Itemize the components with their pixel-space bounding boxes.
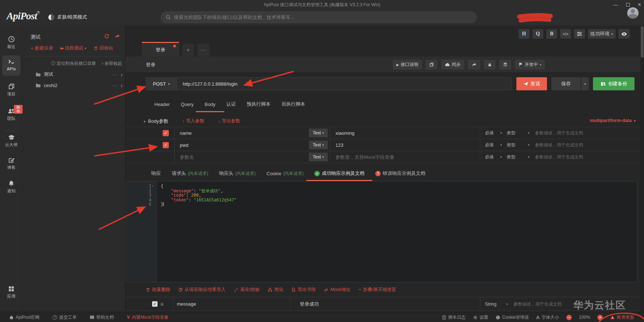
cookie-manager-button[interactable]: Cookie管理器 [496,314,529,321]
zoom-out-button[interactable]: − [566,315,572,320]
sidebar-item-recent[interactable]: 最近 [0,36,23,50]
zoom-in-button[interactable]: + [597,315,603,320]
field-checkbox[interactable]: ✓ [152,301,158,307]
lock-icon[interactable] [484,60,496,70]
maximize-icon[interactable] [626,3,630,7]
sliders-icon[interactable] [574,29,585,39]
tree-folder-ceshi2[interactable]: ceshi2 ···› [23,80,125,90]
tab-auth[interactable]: 认证 [226,96,236,112]
content-type-select[interactable]: multipart/form-data▾ [590,118,636,123]
script-log-button[interactable]: 脚本日志 [442,314,466,321]
body-params-title[interactable]: ▾Body参数 [144,118,168,125]
official-site-link[interactable]: ApiPost官网 [9,314,39,321]
tab-request-headers[interactable]: 请求头(尚未请求) [172,166,208,181]
share-arrow-icon[interactable] [468,60,480,70]
builtin-mock-vars-link[interactable]: V内置Mock字段变量 [127,314,168,321]
type-select[interactable]: 类型 [507,154,516,160]
field-value[interactable]: 登录成功 [300,301,319,307]
param-value-input[interactable] [335,154,480,160]
header-quick-button[interactable]: H [519,29,529,39]
save-button[interactable]: 保存 [551,77,581,90]
check-update-link[interactable]: 检查更新 [610,314,634,321]
mock-url-button[interactable]: Mock地址 [324,287,350,293]
type-select[interactable]: 类型 [507,142,516,148]
batch-delete-button[interactable]: 批量删除 [146,287,170,293]
query-quick-button[interactable]: Q [532,29,543,39]
close-icon[interactable]: × [638,1,641,8]
refresh-icon[interactable] [104,34,109,39]
type-select[interactable]: 类型 [507,130,516,136]
export-fields-button[interactable]: 导出字段 [291,287,316,293]
field-name[interactable]: message [177,301,196,307]
global-search[interactable] [160,11,477,23]
param-desc-input[interactable] [535,142,640,148]
editor-code[interactable]: { "message": "登录成功", "code": 200, "token… [157,181,637,282]
create-backup-button[interactable]: 创建备份 [593,77,635,90]
method-select[interactable]: POST▾ [146,78,177,90]
response-example-editor[interactable]: 1 2 3 4 5 ▾ { "message": "登录成功", "code":… [126,181,637,282]
required-select[interactable]: 必填 [485,154,494,160]
param-checkbox[interactable]: ✓ [163,130,169,136]
flow-test-button[interactable]: ▶▶流程测试▾ [60,45,86,51]
tab-more-button[interactable]: ··· [197,44,210,56]
api-description-button[interactable]: ▶接口说明 [393,60,422,70]
sidebar-item-ambassador[interactable]: 云大使 [0,134,23,148]
collapse-description-button[interactable]: −折叠/展开描述区 [358,287,396,293]
tab-response[interactable]: 响应 [151,166,161,181]
field-type-select[interactable]: String [485,302,496,307]
share-arrow-icon[interactable] [115,34,120,39]
minimize-icon[interactable]: — [613,2,618,8]
scrollbar-thumb[interactable] [641,26,644,58]
stack-icon[interactable] [499,60,511,70]
param-type-select[interactable]: Text▾ [309,153,328,161]
new-directory-button[interactable]: +新建目录 [31,45,53,51]
font-size-button[interactable]: A字体大小 [536,314,559,321]
tab-login[interactable]: 登录 [142,42,179,56]
param-desc-input[interactable] [535,130,640,136]
simplify-button[interactable]: 简化 [268,287,283,293]
eye-icon[interactable] [618,29,630,39]
new-tab-button[interactable]: + [182,44,194,56]
sidebar-item-apis[interactable]: APIs [0,58,23,71]
sidebar-item-projects[interactable]: 项目 [0,83,23,97]
tree-folder-ceshi[interactable]: 测试 ···› [23,69,125,79]
param-desc-input[interactable] [535,154,640,160]
import-from-response-button[interactable]: 从现有响应结果导入 [178,287,226,293]
send-button[interactable]: 发送 [516,77,547,90]
chevron-right-icon[interactable]: › [121,82,123,89]
status-select[interactable]: 开发中▾ [515,60,545,70]
tab-cookie[interactable]: Cookie(尚未请求) [267,166,303,181]
beautify-validate-button[interactable]: 美化/校验 [234,287,260,293]
more-icon[interactable]: ··· [112,83,117,88]
sidebar-item-team[interactable]: 协作 团队 [0,107,23,121]
recycle-bin-button[interactable]: 回收站 [94,45,113,51]
avatar[interactable] [627,7,639,19]
more-icon[interactable]: ··· [112,72,117,77]
sidebar-item-blog[interactable]: 博客 [0,157,23,170]
fold-caret-icon[interactable]: ▾ [152,184,154,189]
settings-button[interactable]: 设置 [473,314,488,321]
drag-handle-icon[interactable]: ≡ [160,301,164,307]
tab-error-example[interactable]: !错误响应示例及文档 [375,166,425,181]
help-docs-link[interactable]: 帮助文档 [90,314,114,321]
required-select[interactable]: 必填 [485,142,494,148]
collapse-all-link[interactable]: › 全部收起 [102,60,122,67]
required-select[interactable]: 必填 [485,130,494,136]
tab-success-example[interactable]: ✓成功响应示例及文档 [314,166,364,181]
param-value-input[interactable] [335,142,480,148]
chevron-right-icon[interactable]: › [121,71,123,78]
tab-query[interactable]: Query [181,96,194,112]
copy-button[interactable] [426,60,438,70]
code-icon[interactable]: </> [560,29,571,39]
theme-toggle[interactable]: 皮肤/暗黑模式 [48,14,87,20]
sync-button[interactable]: 同步 [441,60,464,70]
tab-response-headers[interactable]: 响应头(尚未请求) [219,166,256,181]
param-key-input[interactable] [180,142,309,148]
sidebar-item-apps[interactable]: 应用 [0,286,23,299]
param-checkbox[interactable]: ✓ [163,142,169,148]
tab-post-script[interactable]: 后执行脚本 [282,96,305,112]
search-input[interactable] [174,15,472,20]
submit-ticket-link[interactable]: ?提交工单 [53,314,77,321]
scrollbar-track[interactable] [640,25,644,312]
tab-pre-script[interactable]: 预执行脚本 [247,96,271,112]
